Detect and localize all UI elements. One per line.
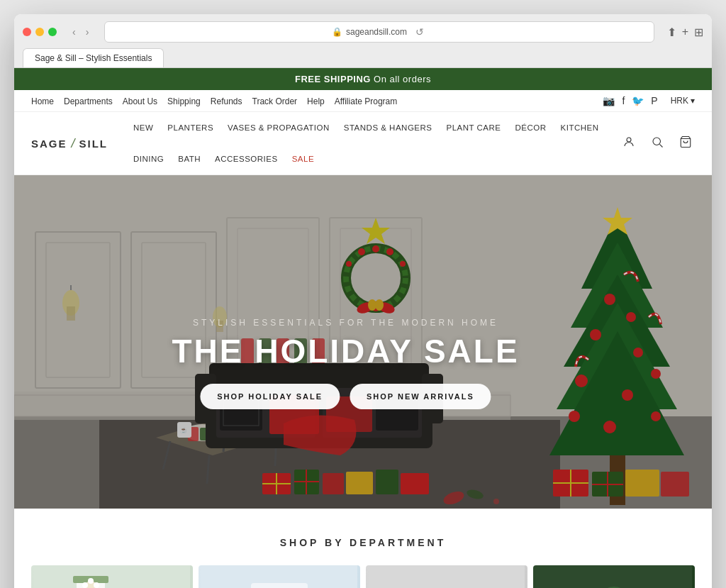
currency-text: HRK: [671, 96, 688, 106]
lock-icon: 🔒: [332, 27, 342, 37]
hero-subtitle: STYLISH ESSENTIALS FOR THE MODERN HOME: [172, 318, 519, 328]
announcement-bold: FREE SHIPPING: [295, 74, 371, 84]
nav-vases[interactable]: VASES & PROPAGATION: [220, 112, 337, 143]
top-nav: Home Departments About Us Shipping Refun…: [14, 90, 712, 112]
nav-plant-care[interactable]: PLANT CARE: [440, 112, 508, 143]
search-button[interactable]: [648, 133, 666, 154]
logo-text-sill: SILL: [79, 138, 108, 150]
website-content: FREE SHIPPING On all orders Home Departm…: [14, 68, 712, 588]
twitter-icon[interactable]: 🐦: [632, 95, 644, 106]
nav-bath[interactable]: BATH: [171, 143, 208, 174]
nav-track[interactable]: Track Order: [252, 96, 298, 106]
nav-icons: [620, 133, 695, 154]
nav-departments[interactable]: Departments: [64, 96, 113, 106]
back-button[interactable]: ‹: [69, 25, 79, 39]
account-button[interactable]: [620, 133, 638, 154]
announcement-text: On all orders: [371, 74, 431, 84]
dept-card-4[interactable]: [533, 565, 695, 588]
nav-accessories[interactable]: ACCESSORIES: [208, 143, 285, 174]
browser-actions: ⬆ + ⊞: [667, 26, 703, 39]
facebook-icon[interactable]: f: [622, 95, 625, 106]
browser-window: ‹ › 🔒 sageandsill.com ↺ ⬆ + ⊞ Sage & Sil…: [14, 14, 712, 588]
main-nav-links: NEW PLANTERS VASES & PROPAGATION STANDS …: [126, 112, 620, 174]
dept-card-1[interactable]: [31, 565, 193, 588]
currency-selector[interactable]: HRK ▾: [671, 96, 695, 106]
hero-content: STYLISH ESSENTIALS FOR THE MODERN HOME T…: [172, 318, 519, 409]
traffic-lights: [23, 28, 57, 36]
top-nav-links: Home Departments About Us Shipping Refun…: [31, 94, 397, 107]
department-grid: [31, 565, 695, 588]
logo[interactable]: SAGE / SILL: [31, 136, 109, 151]
nav-new[interactable]: NEW: [126, 112, 160, 143]
shop-holiday-button[interactable]: SHOP HOLIDAY SALE: [200, 384, 340, 409]
svg-line-2: [659, 144, 662, 147]
nav-sale[interactable]: SALE: [285, 143, 321, 174]
cart-button[interactable]: [676, 133, 695, 154]
nav-affiliate[interactable]: Affiliate Program: [335, 96, 397, 106]
nav-help[interactable]: Help: [307, 96, 325, 106]
logo-slash: /: [72, 136, 75, 151]
main-nav: SAGE / SILL NEW PLANTERS VASES & PROPAGA…: [14, 112, 712, 175]
nav-refunds[interactable]: Refunds: [211, 96, 242, 106]
svg-rect-110: [369, 565, 525, 588]
nav-planters[interactable]: PLANTERS: [160, 112, 220, 143]
close-button[interactable]: [23, 28, 31, 36]
announcement-bar: FREE SHIPPING On all orders: [14, 68, 712, 90]
shop-arrivals-button[interactable]: SHOP NEW ARRIVALS: [350, 384, 491, 409]
svg-point-106: [82, 582, 88, 588]
url-text: sageandsill.com: [346, 27, 407, 37]
add-tab-button[interactable]: +: [682, 26, 688, 39]
nav-kitchen[interactable]: KITCHEN: [554, 112, 606, 143]
svg-rect-112: [536, 565, 692, 588]
currency-arrow: ▾: [691, 96, 695, 106]
hero-section: ☕: [14, 175, 712, 509]
dept-card-3[interactable]: [366, 565, 527, 588]
share-button[interactable]: ⬆: [667, 26, 676, 39]
refresh-button[interactable]: ↺: [413, 25, 427, 39]
address-bar[interactable]: 🔒 sageandsill.com ↺: [104, 21, 654, 43]
browser-nav: ‹ ›: [69, 25, 91, 39]
grid-button[interactable]: ⊞: [694, 26, 703, 39]
dept-card-2[interactable]: [199, 565, 360, 588]
browser-chrome: ‹ › 🔒 sageandsill.com ↺ ⬆ + ⊞ Sage & Sil…: [14, 14, 712, 68]
section-title: SHOP BY DEPARTMENT: [31, 537, 695, 548]
logo-text-sage: SAGE: [31, 138, 67, 150]
svg-point-105: [94, 582, 99, 588]
svg-point-1: [653, 138, 661, 145]
maximize-button[interactable]: [48, 28, 57, 36]
svg-point-104: [88, 578, 94, 584]
pinterest-icon[interactable]: P: [651, 95, 657, 106]
nav-stands[interactable]: STANDS & HANGERS: [337, 112, 440, 143]
active-tab[interactable]: Sage & Sill – Stylish Essentials: [23, 48, 164, 67]
forward-button[interactable]: ›: [83, 25, 92, 39]
nav-about[interactable]: About Us: [123, 96, 157, 106]
svg-point-0: [627, 138, 631, 142]
minimize-button[interactable]: [35, 28, 44, 36]
svg-rect-100: [34, 565, 190, 588]
browser-tabs: Sage & Sill – Stylish Essentials: [23, 48, 703, 67]
nav-shipping[interactable]: Shipping: [167, 96, 201, 106]
instagram-icon[interactable]: 📷: [603, 95, 615, 106]
nav-decor[interactable]: DÉCOR: [508, 112, 554, 143]
hero-buttons: SHOP HOLIDAY SALE SHOP NEW ARRIVALS: [172, 384, 519, 409]
svg-rect-108: [251, 583, 308, 588]
social-icons: 📷 f 🐦 P HRK ▾: [603, 95, 695, 106]
shop-section: SHOP BY DEPARTMENT: [14, 509, 712, 588]
nav-dining[interactable]: DINING: [126, 143, 171, 174]
nav-home[interactable]: Home: [31, 96, 54, 106]
hero-title: THE HOLIDAY SALE: [172, 333, 519, 370]
